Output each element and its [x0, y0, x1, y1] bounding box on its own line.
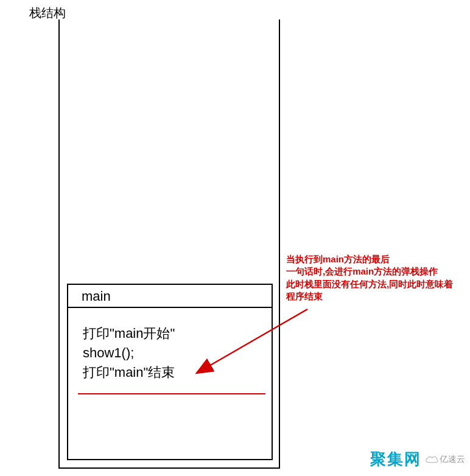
cloud-icon [425, 455, 438, 464]
arrow-icon [195, 304, 317, 390]
watermark-sub-text: 亿速云 [440, 454, 465, 465]
svg-line-1 [208, 309, 307, 366]
highlight-underline [78, 393, 265, 394]
watermark: 聚集网 亿速云 [370, 449, 465, 470]
diagram-title: 栈结构 [29, 5, 66, 21]
annotation-line: 一句话时,会进行main方法的弹栈操作 [286, 265, 466, 278]
annotation-line: 当执行到main方法的最后 [286, 253, 466, 265]
annotation-text: 当执行到main方法的最后 一句话时,会进行main方法的弹栈操作 此时栈里面没… [286, 253, 466, 303]
annotation-line: 此时栈里面没有任何方法,同时此时意味着 [286, 278, 466, 290]
watermark-main: 聚集网 [370, 449, 421, 470]
stack-container: main 打印"main开始" show1(); 打印"main"结束 [58, 19, 280, 469]
watermark-sub: 亿速云 [425, 454, 465, 465]
annotation-line: 程序结束 [286, 290, 466, 303]
